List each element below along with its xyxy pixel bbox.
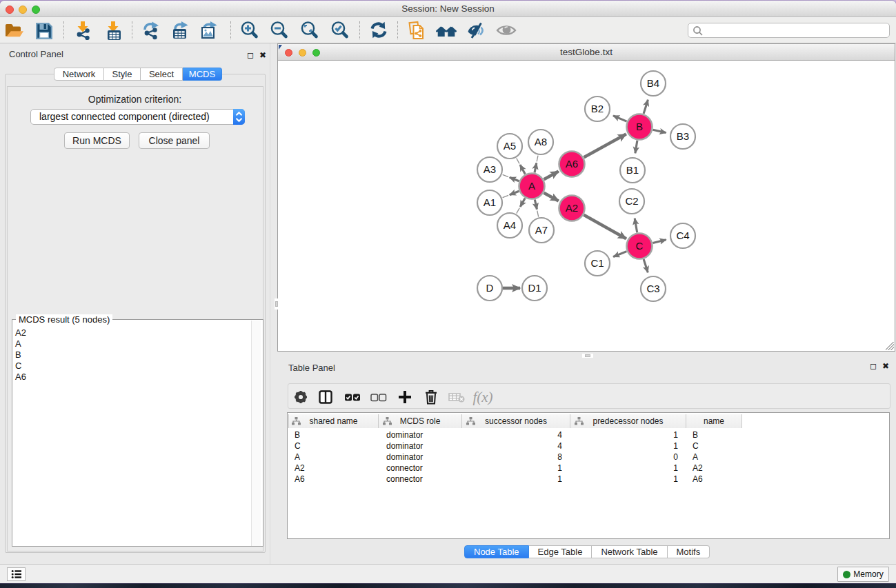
svg-text:A: A xyxy=(528,180,535,192)
svg-text:B3: B3 xyxy=(677,130,689,142)
svg-text:A6: A6 xyxy=(566,158,578,170)
svg-text:C2: C2 xyxy=(625,195,638,207)
svg-text:B4: B4 xyxy=(647,77,659,89)
svg-text:D: D xyxy=(486,282,494,294)
svg-text:D1: D1 xyxy=(528,282,541,294)
svg-text:A5: A5 xyxy=(504,140,516,152)
svg-text:B2: B2 xyxy=(591,103,604,114)
svg-text:C: C xyxy=(636,240,644,252)
svg-text:C1: C1 xyxy=(590,257,604,269)
svg-text:B1: B1 xyxy=(626,164,639,176)
svg-text:A2: A2 xyxy=(566,202,578,214)
svg-text:A3: A3 xyxy=(484,163,496,175)
svg-text:A4: A4 xyxy=(504,219,516,231)
svg-text:B: B xyxy=(636,121,643,132)
svg-text:C3: C3 xyxy=(646,283,659,294)
svg-text:C4: C4 xyxy=(676,230,689,241)
svg-text:A1: A1 xyxy=(484,196,496,208)
svg-text:A7: A7 xyxy=(535,224,548,236)
svg-text:A8: A8 xyxy=(535,136,547,148)
